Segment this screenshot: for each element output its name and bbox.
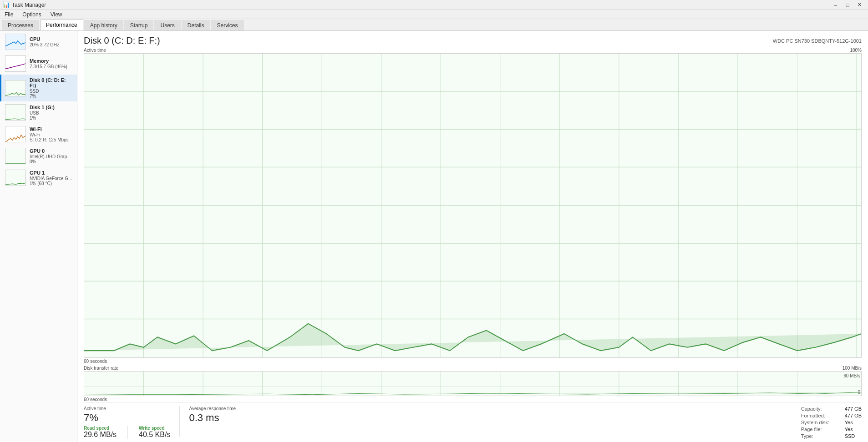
sidebar-item-cpu[interactable]: CPU 20% 3.72 GHz	[0, 31, 77, 53]
stats-write-label: Write speed	[139, 426, 170, 431]
tab-bar: Processes Performance App history Startu…	[0, 19, 868, 31]
sidebar-disk0-pct: 7%	[30, 94, 73, 99]
sidebar-cpu-sub: 20% 3.72 GHz	[30, 42, 73, 47]
stats-speed-row: Read speed 29.6 MB/s Write speed 40.5 KB…	[84, 426, 170, 439]
svg-rect-0	[5, 80, 25, 96]
sidebar-info-memory: Memory 7.3/15.7 GB (46%)	[30, 58, 73, 69]
stats-read-item: Read speed 29.6 MB/s	[84, 426, 117, 439]
sidebar-gpu0-name: GPU 0	[30, 148, 73, 154]
close-button[interactable]: ✕	[853, 0, 865, 10]
stats-kv-type: Type: SSD	[801, 433, 862, 439]
chart2-time-label: 60 seconds	[84, 397, 862, 402]
sidebar-disk0-sub: SSD	[30, 89, 73, 94]
sidebar-thumb-wifi	[5, 126, 26, 142]
sidebar-thumb-cpu	[5, 34, 26, 50]
tab-processes[interactable]: Processes	[2, 20, 39, 30]
content-title: Disk 0 (C: D: E: F:)	[84, 35, 160, 46]
svg-rect-1	[5, 105, 25, 120]
tab-details[interactable]: Details	[182, 20, 210, 30]
stats-response-value: 0.3 ms	[189, 412, 236, 424]
main-layout: CPU 20% 3.72 GHz Memory 7.3/15.7 GB (46%…	[0, 31, 868, 442]
chart1-100-label: 100%	[850, 48, 862, 53]
minimize-button[interactable]: –	[830, 0, 842, 10]
stats-kv-pagefile-key: Page file:	[801, 427, 842, 432]
sidebar-item-wifi[interactable]: Wi-Fi Wi-Fi S: 0.2 R: 125 Mbps	[0, 123, 77, 145]
tab-startup[interactable]: Startup	[124, 20, 154, 30]
sidebar-item-memory[interactable]: Memory 7.3/15.7 GB (46%)	[0, 53, 77, 75]
sidebar-memory-sub: 7.3/15.7 GB (46%)	[30, 64, 73, 69]
stats-active-value: 7%	[84, 412, 170, 424]
sidebar-disk1-sub: USB	[30, 110, 73, 116]
svg-rect-3	[5, 148, 25, 164]
sidebar-item-gpu1[interactable]: GPU 1 NVIDIA GeForce G... 1% (68 °C)	[0, 167, 77, 189]
stats-read-value: 29.6 MB/s	[84, 431, 117, 439]
chart1-label-top: Active time 100%	[84, 48, 862, 53]
chart2-60-label: 60 MB/s	[843, 373, 860, 378]
tab-app-history[interactable]: App history	[84, 20, 123, 30]
sidebar-item-disk0[interactable]: Disk 0 (C: D: E: F:) SSD 7%	[0, 75, 77, 101]
menu-options[interactable]: Options	[20, 10, 44, 19]
sidebar-gpu1-pct: 1% (68 °C)	[30, 181, 73, 186]
sidebar-info-disk1: Disk 1 (G:) USB 1%	[30, 105, 73, 121]
sidebar-wifi-pct: S: 0.2 R: 125 Mbps	[30, 137, 73, 142]
stats-kv-systemdisk-key: System disk:	[801, 420, 842, 425]
stats-kv-formatted-val: 477 GB	[845, 413, 862, 418]
stats-kv-type-key: Type:	[801, 433, 842, 439]
sidebar-info-gpu0: GPU 0 Intel(R) UHD Grap... 0%	[30, 148, 73, 164]
sidebar-info-wifi: Wi-Fi Wi-Fi S: 0.2 R: 125 Mbps	[30, 126, 73, 142]
sidebar-thumb-gpu0	[5, 148, 26, 164]
sidebar-item-gpu0[interactable]: GPU 0 Intel(R) UHD Grap... 0%	[0, 145, 77, 167]
stats-bar: Active time 7% Read speed 29.6 MB/s Writ…	[84, 402, 862, 438]
divider	[127, 426, 128, 439]
stats-col-active: Active time 7% Read speed 29.6 MB/s Writ…	[84, 406, 179, 437]
content-area: Disk 0 (C: D: E: F:) WDC PC SN730 SDBQNT…	[77, 31, 868, 442]
stats-kv-formatted: Formatted: 477 GB	[801, 413, 862, 418]
stats-write-item: Write speed 40.5 KB/s	[139, 426, 170, 439]
stats-kv-systemdisk: System disk: Yes	[801, 420, 862, 425]
stats-kv-systemdisk-val: Yes	[845, 420, 853, 425]
svg-rect-4	[5, 170, 25, 186]
tab-services[interactable]: Services	[211, 20, 244, 30]
sidebar-gpu0-sub: Intel(R) UHD Grap...	[30, 154, 73, 159]
sidebar: CPU 20% 3.72 GHz Memory 7.3/15.7 GB (46%…	[0, 31, 77, 442]
stats-kv-pagefile: Page file: Yes	[801, 427, 862, 432]
stats-response-label: Average response time	[189, 406, 236, 411]
sidebar-disk1-name: Disk 1 (G:)	[30, 105, 73, 110]
tab-performance[interactable]: Performance	[40, 20, 83, 30]
sidebar-cpu-name: CPU	[30, 36, 73, 42]
stats-write-value: 40.5 KB/s	[139, 431, 170, 439]
maximize-button[interactable]: □	[842, 0, 853, 10]
sidebar-thumb-memory	[5, 55, 26, 72]
sidebar-thumb-disk0	[5, 80, 26, 96]
sidebar-item-disk1[interactable]: Disk 1 (G:) USB 1%	[0, 101, 77, 123]
title-bar: 📊 Task Manager – □ ✕	[0, 0, 868, 10]
stats-kv-formatted-key: Formatted:	[801, 413, 842, 418]
stats-col-response: Average response time 0.3 ms	[179, 406, 245, 437]
title-bar-title: Task Manager	[12, 2, 46, 8]
chart2-container: 60 MB/s 0	[84, 371, 862, 396]
content-header: Disk 0 (C: D: E: F:) WDC PC SN730 SDBQNT…	[84, 35, 862, 46]
menu-file[interactable]: File	[2, 10, 16, 19]
sidebar-thumb-gpu1	[5, 170, 26, 186]
title-bar-controls[interactable]: – □ ✕	[830, 0, 865, 10]
tab-users[interactable]: Users	[154, 20, 180, 30]
chart1-container	[84, 53, 862, 358]
sidebar-gpu1-name: GPU 1	[30, 170, 73, 176]
app-icon: 📊	[3, 1, 10, 8]
sidebar-disk0-name: Disk 0 (C: D: E: F:)	[30, 77, 73, 88]
chart1-time-label: 60 seconds	[84, 359, 862, 364]
sidebar-gpu1-sub: NVIDIA GeForce G...	[30, 176, 73, 181]
chart2-100-label: 100 MB/s	[843, 366, 862, 371]
chart1-active-label: Active time	[84, 48, 106, 53]
content-device: WDC PC SN730 SDBQNTY-512G-1001	[773, 38, 862, 44]
chart2-title: Disk transfer rate	[84, 366, 118, 371]
sidebar-disk1-pct: 1%	[30, 116, 73, 121]
stats-kv-type-val: SSD	[845, 433, 855, 439]
stats-kv-capacity-key: Capacity:	[801, 406, 842, 412]
sidebar-thumb-disk1	[5, 104, 26, 121]
menu-view[interactable]: View	[48, 10, 65, 19]
stats-read-label: Read speed	[84, 426, 117, 431]
chart-section: Active time 100%	[84, 48, 862, 364]
sidebar-memory-name: Memory	[30, 58, 73, 64]
menu-bar: File Options View	[0, 10, 868, 19]
